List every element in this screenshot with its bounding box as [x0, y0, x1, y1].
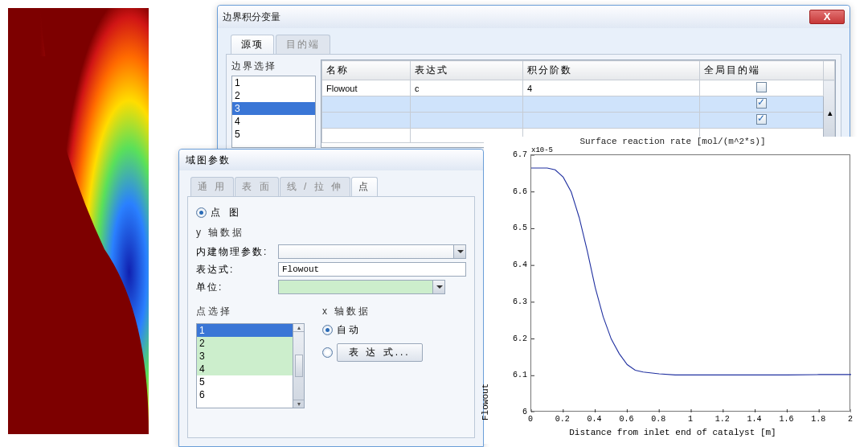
expression-label: 表达式:	[196, 263, 275, 277]
y-axis-label: Flowout	[481, 383, 490, 420]
table-row[interactable]: Flowoutc 4 ▴	[322, 80, 835, 96]
y-tick: 6.6	[506, 187, 527, 195]
list-item[interactable]: 3	[197, 350, 293, 363]
table-row[interactable]	[322, 96, 835, 113]
chart: Surface reaction rate [mol/(m^2*s)] x10-…	[484, 137, 862, 444]
boundary-select-label: 边界选择	[231, 59, 316, 73]
table-header: 名称 表达式 积分阶数 全局目的端	[322, 61, 835, 80]
x-tick: 1.8	[811, 415, 825, 424]
checkbox[interactable]	[756, 98, 767, 109]
x-tick: 1.2	[715, 415, 730, 424]
tab-line[interactable]: 线 / 拉 伸	[280, 177, 350, 196]
x-expr-radio-row: 表 达 式...	[322, 343, 466, 362]
tab-surface[interactable]: 表 面	[235, 177, 278, 196]
x-tick: 0.6	[619, 415, 633, 424]
checkbox[interactable]	[756, 114, 767, 125]
y-tick: 6.5	[506, 224, 527, 232]
builtin-label: 内建物理参数:	[196, 245, 275, 259]
domain-plot-dialog: 域图参数 通 用 表 面 线 / 拉 伸 点 点 图 y 轴数据 内建物理参数:…	[178, 149, 484, 447]
list-item[interactable]: 5	[197, 375, 293, 388]
list-item[interactable]: 2	[197, 337, 293, 350]
list-item[interactable]: 1	[232, 76, 315, 89]
y-exponent: x10-5	[531, 146, 553, 154]
y-tick: 6	[506, 408, 527, 416]
boundary-integral-dialog: 边界积分变量 X 源项 目的端 边界选择 1 2 3 4 5	[217, 5, 850, 158]
list-item[interactable]: 4	[232, 115, 315, 128]
x-tick: 1	[688, 415, 693, 424]
x-tick: 0.8	[651, 415, 665, 424]
tab-point[interactable]: 点	[351, 177, 378, 196]
y-axis-section-label: y 轴数据	[196, 226, 466, 240]
scrollbar[interactable]: ▴	[824, 80, 835, 143]
dialog-titlebar[interactable]: 边界积分变量 X	[218, 6, 850, 28]
radio-icon	[322, 325, 333, 335]
builtin-combo[interactable]	[278, 244, 466, 259]
table-row[interactable]	[322, 113, 835, 129]
y-tick: 6.3	[506, 297, 527, 306]
point-listbox[interactable]: 1 2 3 4 5 6	[196, 323, 293, 408]
list-item[interactable]: 4	[197, 363, 293, 375]
unit-label: 单位:	[196, 281, 275, 294]
list-item[interactable]: 6	[197, 388, 293, 401]
close-icon[interactable]: X	[809, 10, 845, 24]
list-item[interactable]: 2	[232, 89, 315, 102]
plot-area	[530, 154, 850, 412]
expression-input[interactable]	[278, 262, 466, 277]
tab-destination[interactable]: 目的端	[276, 35, 330, 54]
boundary-listbox[interactable]: 1 2 3 4 5	[231, 76, 316, 148]
x-axis-section-label: x 轴数据	[322, 305, 466, 318]
scrollbar[interactable]: ▴▾	[293, 323, 305, 408]
point-plot-radio[interactable]: 点 图	[196, 206, 466, 219]
list-item[interactable]: 3	[232, 102, 315, 115]
chart-title: Surface reaction rate [mol/(m^2*s)]	[484, 137, 862, 146]
radio-icon[interactable]	[322, 347, 333, 358]
x-tick: 1.6	[779, 415, 793, 424]
variables-table[interactable]: 名称 表达式 积分阶数 全局目的端 Flowoutc 4 ▴	[321, 59, 836, 148]
unit-combo[interactable]	[278, 280, 445, 294]
x-tick: 0.2	[555, 415, 570, 424]
dialog-title: 域图参数	[186, 154, 231, 167]
radio-icon	[196, 207, 207, 218]
tab-general[interactable]: 通 用	[190, 177, 234, 196]
x-axis-label: Distance from inlet end of catalyst [m]	[484, 428, 862, 437]
dialog-titlebar[interactable]: 域图参数	[179, 150, 483, 170]
chevron-down-icon	[432, 281, 444, 293]
y-tick: 6.1	[506, 371, 527, 379]
x-tick: 2	[848, 415, 853, 424]
expression-button[interactable]: 表 达 式...	[337, 343, 423, 362]
contour-plot	[8, 8, 149, 434]
chevron-down-icon	[453, 245, 465, 258]
x-tick: 0.4	[588, 415, 602, 424]
x-tick: 1.4	[747, 415, 762, 424]
checkbox[interactable]	[756, 82, 767, 92]
y-tick: 6.2	[506, 334, 527, 342]
dialog-title: 边界积分变量	[223, 10, 280, 24]
tab-source[interactable]: 源项	[231, 35, 274, 54]
y-tick: 6.7	[506, 150, 527, 159]
x-auto-radio[interactable]: 自动	[322, 323, 466, 337]
x-tick: 0	[528, 415, 533, 424]
y-tick: 6.4	[506, 260, 527, 269]
list-item[interactable]: 1	[197, 324, 293, 337]
list-item[interactable]: 5	[232, 128, 315, 141]
point-select-label: 点选择	[196, 305, 305, 318]
